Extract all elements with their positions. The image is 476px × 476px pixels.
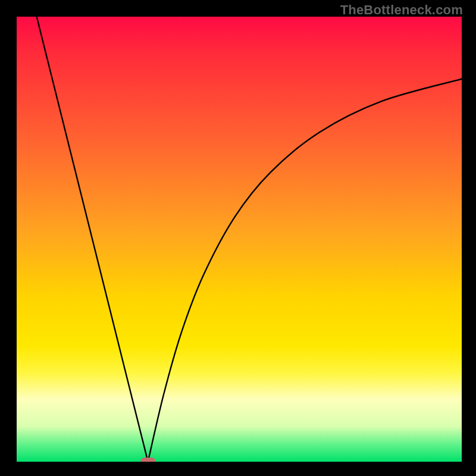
minimum-marker xyxy=(140,458,156,462)
watermark-text: TheBottleneck.com xyxy=(340,2,463,18)
bottleneck-curve xyxy=(37,17,462,462)
chart-plot-area xyxy=(17,17,462,462)
curve-svg xyxy=(17,17,462,462)
